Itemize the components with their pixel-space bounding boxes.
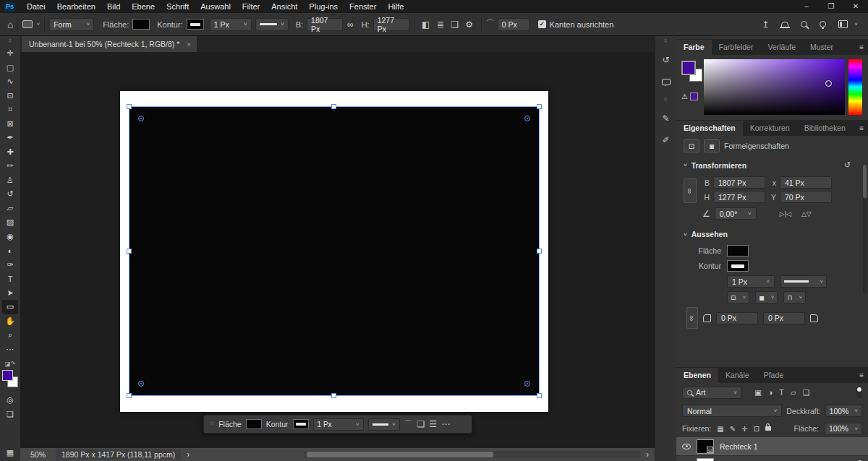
- color-field[interactable]: [704, 59, 845, 115]
- menu-filter[interactable]: Filter: [237, 0, 265, 13]
- foreground-color-swatch[interactable]: [2, 370, 13, 381]
- filter-adjustment-layers-icon[interactable]: ◑: [768, 388, 773, 397]
- status-arrow-icon[interactable]: ›: [187, 449, 190, 460]
- stroke-width-select[interactable]: 1 Px˅: [210, 18, 252, 31]
- stroke-align-select[interactable]: ⊡˅: [727, 291, 749, 303]
- stroke-swatch[interactable]: [293, 419, 309, 429]
- filter-shape-layers-icon[interactable]: ▱: [791, 388, 796, 397]
- tab-verlaeufe[interactable]: Verläufe: [760, 40, 803, 55]
- blur-tool[interactable]: ◉: [2, 230, 18, 244]
- close-button[interactable]: ✕: [843, 0, 868, 13]
- panel-menu-icon[interactable]: ≡: [859, 43, 864, 51]
- link-dimensions-icon[interactable]: ∞: [684, 178, 697, 203]
- object-selection-tool[interactable]: ⊡: [2, 89, 18, 103]
- type-tool[interactable]: T: [2, 272, 18, 286]
- tab-korrekturen[interactable]: Korrekturen: [743, 121, 797, 136]
- color-marker[interactable]: [825, 80, 832, 87]
- transform-x-field[interactable]: 41 Px: [780, 176, 832, 189]
- lock-all-icon[interactable]: [765, 426, 771, 431]
- properties-icon[interactable]: ☰: [429, 419, 437, 429]
- stroke-width-select[interactable]: 1 Px˅: [727, 275, 775, 288]
- stroke-style-select[interactable]: ˅: [255, 18, 289, 31]
- more-tools-icon[interactable]: ⋯: [2, 342, 18, 357]
- lock-pixels-icon[interactable]: ✎: [730, 425, 736, 433]
- flip-vertical-icon[interactable]: △▽: [801, 210, 812, 217]
- layer-thumbnail[interactable]: ⊡: [697, 439, 714, 454]
- tab-bibliotheken[interactable]: Bibliotheken: [797, 121, 853, 136]
- menu-bild[interactable]: Bild: [101, 0, 126, 13]
- document-tab[interactable]: Unbenannt-1 bei 50% (Rechteck 1, RGB/8) …: [22, 36, 197, 52]
- stroke-swatch[interactable]: [187, 19, 204, 30]
- shape-mode-select[interactable]: Form˅: [49, 18, 94, 31]
- link-radius-icon[interactable]: ∞: [686, 307, 698, 329]
- brush-tool[interactable]: ✏: [2, 159, 18, 173]
- menu-ansicht[interactable]: Ansicht: [265, 0, 303, 13]
- flip-horizontal-icon[interactable]: ▷|◁: [780, 210, 791, 217]
- height-field[interactable]: 1277 Px: [373, 18, 409, 31]
- eyedropper-tool[interactable]: ✒: [2, 131, 18, 145]
- zoom-level[interactable]: 50%: [30, 450, 46, 459]
- tab-eigenschaften[interactable]: Eigenschaften: [676, 121, 743, 136]
- chevron-down-icon[interactable]: ˅: [36, 21, 40, 27]
- chevron-down-icon[interactable]: ˅: [854, 21, 858, 27]
- layer-thumbnail[interactable]: [697, 458, 714, 461]
- menu-plugins[interactable]: Plug-ins: [303, 0, 344, 13]
- rectangle-shape[interactable]: [129, 107, 539, 395]
- radius-top-left-field[interactable]: 0 Px: [716, 312, 758, 324]
- menu-hilfe[interactable]: Hilfe: [382, 0, 409, 13]
- hue-slider[interactable]: [848, 59, 862, 115]
- workspace-icon[interactable]: [838, 20, 848, 28]
- tab-kanaele[interactable]: Kanäle: [718, 368, 757, 383]
- fill-swatch[interactable]: [727, 245, 749, 257]
- comments-panel-icon[interactable]: [658, 74, 674, 90]
- menu-auswahl[interactable]: Auswahl: [195, 0, 237, 13]
- stroke-style-select[interactable]: ˅: [780, 275, 827, 288]
- menu-fenster[interactable]: Fenster: [344, 0, 382, 13]
- path-operations-icon[interactable]: ◧: [419, 20, 433, 30]
- gradient-tool[interactable]: ▨: [2, 215, 18, 230]
- dock-grip[interactable]: ⠿: [663, 97, 668, 103]
- share-icon[interactable]: ↥: [762, 20, 769, 30]
- menu-bearbeiten[interactable]: Bearbeiten: [51, 0, 101, 13]
- transform-properties-icon[interactable]: ⊡: [684, 139, 699, 152]
- status-arrow-icon[interactable]: ›: [646, 449, 649, 460]
- clone-stamp-tool[interactable]: ♙: [2, 173, 18, 188]
- lock-transparency-icon[interactable]: ▦: [717, 425, 723, 433]
- dock-grip[interactable]: ⠿: [663, 38, 668, 44]
- history-panel-icon[interactable]: ↺: [658, 52, 674, 68]
- tab-muster[interactable]: Muster: [803, 40, 841, 55]
- reset-transform-icon[interactable]: ↺: [844, 160, 851, 170]
- chevron-down-icon[interactable]: ˅: [684, 162, 687, 168]
- corner-radius-field[interactable]: 0 Px: [498, 18, 529, 31]
- home-icon[interactable]: ⌂: [7, 19, 13, 30]
- fill-swatch[interactable]: [132, 19, 150, 30]
- opacity-select[interactable]: 100%˅: [825, 405, 862, 417]
- close-tab-icon[interactable]: ×: [187, 40, 191, 48]
- mask-properties-icon[interactable]: ◙: [704, 139, 720, 152]
- filter-smart-objects-icon[interactable]: ❏: [803, 388, 809, 397]
- align-edges-checkbox[interactable]: ✓: [538, 20, 546, 28]
- layer-filter-select[interactable]: Art ˅: [682, 387, 741, 399]
- blend-mode-select[interactable]: Normal˅: [682, 405, 782, 417]
- transform-y-field[interactable]: 70 Px: [780, 191, 832, 203]
- crop-tool[interactable]: ⌗: [2, 103, 18, 117]
- pen-tool[interactable]: ✑: [2, 258, 18, 272]
- zoom-tool[interactable]: ⌕: [2, 328, 18, 342]
- stroke-cap-select[interactable]: ◼˅: [755, 291, 778, 303]
- transform-height-field[interactable]: 1277 Px: [713, 191, 765, 203]
- transform-width-field[interactable]: 1807 Px: [713, 176, 765, 189]
- scrollbar-thumb[interactable]: [863, 165, 867, 198]
- lasso-tool[interactable]: ∿: [2, 74, 18, 89]
- tab-pfade[interactable]: Pfade: [757, 368, 791, 383]
- default-colors-icon[interactable]: ◪↷: [5, 361, 15, 367]
- panel-menu-icon[interactable]: ≡: [859, 124, 864, 132]
- fill-swatch[interactable]: [246, 419, 262, 429]
- brush-settings-panel-icon[interactable]: ✎: [658, 111, 674, 126]
- filter-toggle[interactable]: [856, 387, 862, 398]
- path-arrangement-icon[interactable]: ❏: [448, 20, 462, 30]
- lock-artboard-icon[interactable]: ⊡: [754, 425, 760, 433]
- radius-top-right-field[interactable]: 0 Px: [763, 312, 805, 324]
- tab-farbfelder[interactable]: Farbfelder: [712, 40, 761, 55]
- hand-tool[interactable]: ✋: [2, 314, 18, 329]
- rotation-field[interactable]: 0,00°˅: [715, 207, 757, 220]
